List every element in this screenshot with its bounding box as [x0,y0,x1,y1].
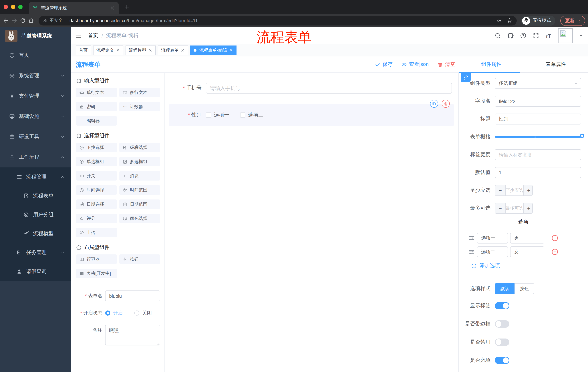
maximize-window-button[interactable] [18,5,22,9]
title-input[interactable] [495,114,581,125]
drag-handle-icon[interactable] [469,235,474,241]
sidebar-item-task-mgmt[interactable]: 任务管理 [0,243,71,262]
help-icon[interactable] [520,32,526,39]
sidebar-item-payment[interactable]: 支付管理 [0,86,71,106]
option2-value-input[interactable] [510,246,544,257]
tag-close-icon[interactable] [180,48,185,53]
palette-item[interactable]: 颜色选择 [119,214,160,223]
bookmark-star-icon[interactable] [507,18,512,23]
address-bar[interactable]: 不安全 dashboard.yudao.iocoder.cn/bpm/manag… [39,16,517,25]
update-browser-button[interactable]: 更新 [560,15,585,26]
url-text[interactable]: dashboard.yudao.iocoder.cn/bpm/manager/f… [70,18,491,23]
palette-item[interactable]: 日期范围 [119,200,160,209]
tab-close-icon[interactable] [110,5,115,11]
save-button[interactable]: 保存 [375,61,393,68]
tag-process-form-edit[interactable]: 流程表单-编辑 [190,45,237,55]
form-canvas[interactable]: 手机号 性别 选项一 选项二 [165,73,459,372]
disabled-switch[interactable] [495,339,509,346]
view-json-button[interactable]: 查看json [401,61,429,68]
sidebar-item-devtools[interactable]: 研发工具 [0,127,71,147]
palette-item[interactable]: 多选框组 [119,157,160,166]
sidebar-item-process-model[interactable]: 流程模型 [0,224,71,243]
password-key-icon[interactable] [496,18,502,23]
sidebar-item-system[interactable]: 系统管理 [0,65,71,86]
form-grid-slider[interactable] [495,131,581,142]
tag-home[interactable]: 首页 [76,45,91,55]
sidebar-item-leave-query[interactable]: 请假查询 [0,262,71,281]
palette-item[interactable]: 行容器 [76,255,117,264]
show-label-switch[interactable] [495,302,509,309]
canvas-field-phone[interactable]: 手机号 [169,83,452,94]
remove-option-icon[interactable] [551,248,558,255]
palette-item[interactable]: 开关 [76,171,117,181]
palette-item[interactable]: 单行文本 [76,88,117,97]
palette-item[interactable]: 多行文本 [119,88,160,97]
stepper-minus-button[interactable]: − [495,203,505,213]
fullscreen-icon[interactable] [533,32,539,39]
component-type-select[interactable] [495,78,581,89]
status-on-radio[interactable]: 开启 [105,310,123,316]
palette-item[interactable]: 密码 [76,102,117,111]
palette-item[interactable]: 单选框组 [76,157,117,166]
style-button-button[interactable]: 按钮 [514,283,534,294]
status-off-radio[interactable]: 关闭 [134,310,152,316]
browser-menu-dots-icon[interactable] [577,18,583,23]
form-name-input[interactable] [105,290,160,301]
canvas-field-gender-selected[interactable]: 性别 选项一 选项二 [169,104,454,126]
back-icon[interactable] [3,18,9,24]
phone-input[interactable] [206,83,452,94]
sidebar-item-infra[interactable]: 基础设施 [0,106,71,127]
palette-item[interactable]: 表格[开发中] [76,269,117,278]
palette-item[interactable]: 日期选择 [76,200,117,209]
remove-option-icon[interactable] [551,234,558,242]
tag-process-form[interactable]: 流程表单 [158,45,188,55]
tag-process-model[interactable]: 流程模型 [126,45,156,55]
add-option-button[interactable]: 添加选项 [459,262,588,269]
palette-item[interactable]: 123计数器 [119,102,160,111]
label-width-input[interactable] [495,149,581,160]
field-name-input[interactable] [495,96,581,107]
default-value-input[interactable] [495,167,581,178]
required-switch[interactable] [495,357,509,364]
home-icon[interactable] [28,18,34,24]
breadcrumb-home[interactable]: 首页 [88,32,98,39]
palette-item[interactable]: 级联选择 [119,143,160,152]
browser-tab[interactable]: 芋道管理系统 [29,2,119,14]
stepper-plus-button[interactable]: + [524,185,533,195]
tag-process-definition[interactable]: 流程定义 [93,45,123,55]
form-remark-textarea[interactable]: 嘿嘿 [105,325,160,345]
option1-label-input[interactable] [477,233,508,244]
option2-label-input[interactable] [477,246,508,257]
sidebar-item-home[interactable]: 首页 [0,45,71,65]
gender-option2-checkbox[interactable]: 选项二 [240,112,263,118]
palette-item[interactable]: 按钮 [119,255,160,264]
forward-icon[interactable] [11,18,18,24]
avatar[interactable] [558,28,573,43]
max-checked-placeholder[interactable]: 最多可选 [505,203,524,213]
close-window-button[interactable] [4,5,8,9]
drag-handle-icon[interactable] [469,249,474,255]
slider-handle[interactable] [580,134,584,138]
stepper-plus-button[interactable]: + [524,203,533,213]
tab-component-props[interactable]: 组件属性 [459,56,524,73]
tag-close-icon[interactable] [148,48,152,53]
style-default-button[interactable]: 默认 [495,283,514,294]
search-icon[interactable] [494,32,501,39]
palette-item[interactable]: 滑块 [119,171,160,181]
not-secure-label[interactable]: 不安全 [50,18,63,24]
palette-item[interactable]: 下拉选择 [76,143,117,152]
font-size-icon[interactable]: TT [546,32,552,39]
new-tab-button[interactable] [124,4,130,10]
tab-form-props[interactable]: 表单属性 [524,56,588,73]
sidebar-item-process-mgmt[interactable]: 流程管理 [0,167,71,186]
sidebar-collapse-icon[interactable] [76,32,82,39]
tag-close-icon[interactable] [116,48,120,53]
min-checked-placeholder[interactable]: 至少应选 [505,185,524,195]
sidebar-item-process-form[interactable]: 流程表单 [0,186,71,205]
palette-item[interactable]: 评分 [76,214,117,223]
border-switch[interactable] [495,320,509,328]
palette-item[interactable]: 编辑器 [76,116,117,126]
field-link-tab[interactable] [461,73,471,82]
option1-value-input[interactable] [510,233,544,244]
reload-icon[interactable] [20,18,26,24]
